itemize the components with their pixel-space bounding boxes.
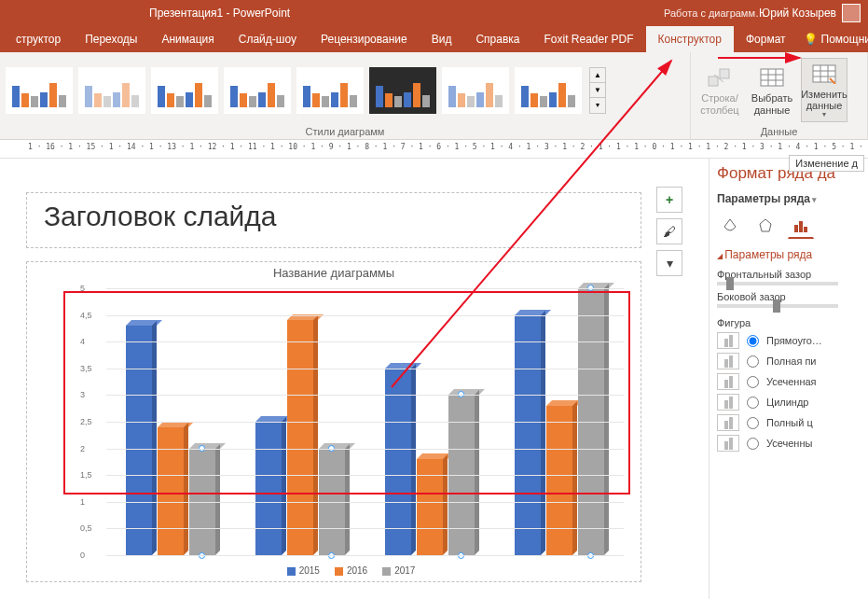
chart-title[interactable]: Название диаграммы [27, 266, 641, 280]
tab-view[interactable]: Вид [420, 26, 464, 52]
chart-style-5[interactable] [296, 67, 364, 114]
select-data-icon [757, 64, 787, 91]
shape-radio[interactable] [747, 355, 759, 368]
format-pane: Формат ряда да Параметры ряда Параметры … [709, 159, 868, 599]
user-account[interactable]: Юрий Козырев [759, 4, 861, 22]
chart-object[interactable]: Название диаграммы 201520162017 00,511,5… [26, 261, 641, 582]
side-gap-label: Боковой зазор [717, 291, 868, 302]
chart-style-1[interactable] [6, 67, 73, 114]
chart-style-3[interactable] [151, 67, 218, 114]
chart-elements-button[interactable]: + [656, 187, 682, 213]
styles-scroll-up[interactable]: ▲ [590, 68, 605, 83]
chart-styles-label: Стили диаграмм [6, 124, 684, 137]
shape-option-label: Усеченная [766, 376, 817, 387]
ribbon: ▲ ▼ ▾ Стили диаграмм Строка/ столбец Выб… [0, 52, 868, 140]
shape-radio[interactable] [747, 438, 759, 450]
chart-style-2[interactable] [78, 67, 145, 114]
shape-option-label: Цилиндр [766, 397, 808, 408]
shape-thumb-icon [717, 332, 739, 349]
shape-radio[interactable] [747, 335, 759, 347]
edit-data-label: Изменить данные [801, 89, 847, 111]
select-data-button[interactable]: Выбрать данные [749, 63, 795, 117]
side-gap-slider[interactable] [717, 304, 838, 308]
legend[interactable]: 201520162017 [78, 565, 624, 576]
chart-styles-button[interactable]: 🖌 [656, 218, 682, 244]
series-options-section[interactable]: Параметры ряда [717, 248, 868, 261]
svg-rect-14 [799, 221, 803, 232]
tab-chart-design[interactable]: Конструктор [646, 26, 734, 52]
ruler-ticks: 1 · 16 · 1 · 15 · 1 · 14 · 1 · 13 · 1 · … [28, 143, 868, 151]
shape-option[interactable]: Полная пи [717, 353, 868, 369]
shape-option[interactable]: Цилиндр [717, 394, 868, 411]
shape-radio[interactable] [747, 376, 759, 388]
shape-radio[interactable] [747, 397, 759, 409]
tab-chart-format[interactable]: Формат [734, 26, 798, 52]
svg-marker-12 [760, 219, 771, 231]
shape-option-label: Полный ц [766, 417, 813, 428]
title-placeholder[interactable]: Заголовок слайда [26, 192, 641, 248]
horizontal-ruler[interactable]: 1 · 16 · 1 · 15 · 1 · 14 · 1 · 13 · 1 · … [0, 140, 868, 159]
legend-item[interactable]: 2016 [335, 565, 367, 576]
slide[interactable]: Заголовок слайда Название диаграммы 2015… [17, 187, 651, 588]
title-bar: Презентация1 - PowerPoint Работа с диагр… [0, 0, 868, 26]
slide-stage[interactable]: Заголовок слайда Название диаграммы 2015… [0, 159, 709, 599]
front-gap-label: Фронтальный зазор [717, 269, 868, 280]
shape-option[interactable]: Полный ц [717, 414, 868, 431]
chart-mini-toolbar: + 🖌 ▾ [656, 187, 682, 276]
tab-design-partial[interactable]: структор [4, 26, 73, 52]
data-group-label: Данные [696, 124, 861, 137]
chart-styles-gallery: ▲ ▼ ▾ [6, 56, 684, 124]
shape-option[interactable]: Усеченная [717, 373, 868, 390]
fill-icon[interactable] [717, 213, 743, 239]
tab-slideshow[interactable]: Слайд-шоу [227, 26, 309, 52]
chart-style-4[interactable] [224, 67, 291, 114]
slide-title-text[interactable]: Заголовок слайда [44, 201, 624, 232]
contextual-tab-label[interactable]: Работа с диаграмм… [664, 7, 765, 19]
data-group: Строка/ столбец Выбрать данные Изменить … [691, 52, 868, 139]
plot-area[interactable]: 201520162017 00,511,522,533,544,55 [78, 288, 624, 555]
edit-data-button[interactable]: Изменить данные ▾ [801, 58, 847, 122]
shape-option[interactable]: Прямоуго… [717, 332, 868, 349]
chart-filters-button[interactable]: ▾ [656, 250, 682, 276]
styles-scroll-down[interactable]: ▼ [590, 83, 605, 98]
ribbon-tabs: структор Переходы Анимация Слайд-шоу Рец… [0, 26, 868, 52]
shape-option-label: Прямоуго… [766, 335, 822, 346]
shape-thumb-icon [717, 414, 739, 431]
shape-option[interactable]: Усеченны [717, 435, 868, 452]
switch-rowcol-label: Строка/ столбец [700, 92, 738, 115]
tab-animations[interactable]: Анимация [149, 26, 226, 52]
lightbulb-icon: 💡 [804, 33, 818, 46]
chart-style-8[interactable] [515, 67, 582, 114]
front-gap-slider[interactable] [717, 282, 838, 286]
shape-radio[interactable] [747, 417, 759, 429]
chart-style-7[interactable] [442, 67, 509, 114]
styles-more[interactable]: ▾ [590, 98, 605, 112]
shape-thumb-icon [717, 353, 739, 369]
tell-me[interactable]: 💡 Помощни [804, 26, 868, 52]
legend-item[interactable]: 2017 [382, 565, 415, 576]
app-title: Презентация1 - PowerPoint [149, 7, 290, 20]
svg-rect-13 [794, 225, 798, 232]
svg-rect-15 [804, 227, 807, 232]
format-category-icons [717, 213, 868, 239]
series-options-icon[interactable] [788, 213, 814, 239]
tab-review[interactable]: Рецензирование [309, 26, 420, 52]
user-name: Юрий Козырев [759, 7, 836, 20]
edit-data-icon [809, 61, 839, 87]
chevron-down-icon: ▾ [822, 111, 826, 119]
tab-foxit[interactable]: Foxit Reader PDF [531, 26, 645, 52]
effects-icon[interactable] [752, 213, 778, 239]
tell-me-label: Помощни [821, 33, 868, 46]
tab-transitions[interactable]: Переходы [73, 26, 149, 52]
avatar-icon [842, 4, 861, 22]
legend-item[interactable]: 2015 [287, 565, 320, 576]
select-data-label: Выбрать данные [751, 92, 792, 115]
tab-help[interactable]: Справка [463, 26, 531, 52]
shape-option-label: Усеченны [766, 438, 812, 449]
series-options-dropdown[interactable]: Параметры ряда [717, 192, 868, 205]
switch-row-column-button[interactable]: Строка/ столбец [696, 63, 743, 117]
tooltip: Изменение д [789, 155, 864, 172]
chart-style-6[interactable] [369, 67, 436, 114]
svg-rect-2 [761, 69, 783, 86]
svg-rect-1 [720, 69, 729, 78]
